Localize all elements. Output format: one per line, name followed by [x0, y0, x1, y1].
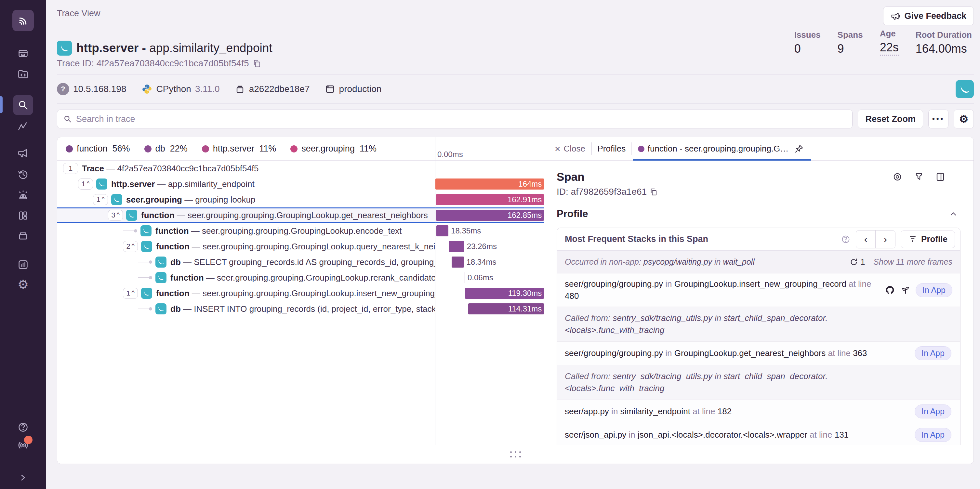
- sidebar-item-feedback-megaphone[interactable]: [0, 147, 46, 159]
- github-icon[interactable]: [885, 285, 895, 295]
- duration-bar[interactable]: [465, 272, 465, 283]
- trace-tree-row[interactable]: function — seer.grouping.grouping.Groupi…: [57, 270, 544, 285]
- sidebar-item-issues[interactable]: [0, 48, 46, 59]
- prev-stack-button[interactable]: ‹: [856, 231, 876, 248]
- stack-frame-row[interactable]: seer/json_api.py in json_api.<locals>.de…: [557, 423, 960, 445]
- copy-icon[interactable]: [649, 188, 658, 196]
- tree-connector: [138, 309, 151, 309]
- span-op-dot: [638, 146, 644, 152]
- legend-dot: [66, 145, 73, 153]
- meta-environment[interactable]: production: [325, 84, 382, 94]
- trace-tree-row[interactable]: 1^ seer.grouping — grouping lookup 162.9…: [57, 192, 544, 207]
- tab-profiles[interactable]: Profiles: [592, 137, 632, 160]
- sidebar-item-collapse-chevron[interactable]: [0, 472, 46, 483]
- stack-frame-row[interactable]: seer/grouping/grouping.py in GroupingLoo…: [557, 342, 960, 365]
- focus-span-icon[interactable]: [892, 172, 903, 182]
- span-count-chip[interactable]: 3^: [108, 210, 123, 221]
- span-count-chip[interactable]: 1: [63, 163, 78, 174]
- search-icon: [17, 99, 29, 111]
- stack-frame-row[interactable]: seer/grouping/grouping.py in GroupingLoo…: [557, 274, 960, 307]
- duration-bar[interactable]: [449, 241, 464, 252]
- op-legend: function 56% db 22% http.server 11% seer…: [57, 137, 435, 160]
- give-feedback-button[interactable]: Give Feedback: [883, 6, 974, 25]
- duration-bar[interactable]: [436, 225, 449, 236]
- legend-item[interactable]: http.server 11%: [202, 144, 276, 154]
- waterfall-minimap[interactable]: [435, 137, 544, 148]
- trace-id: Trace ID: 4f2a57ea703840cc9c1bca7d05bf54…: [57, 58, 249, 68]
- explore-code-icon: [17, 68, 29, 80]
- seer-span-icon: [111, 194, 122, 205]
- seer-span-icon: [140, 225, 151, 236]
- meta-runtime[interactable]: CPython 3.11.0: [142, 84, 220, 95]
- layout-panel-icon[interactable]: [935, 172, 945, 182]
- stat-root-duration: Root Duration 164.00ms: [916, 30, 972, 56]
- close-drawer-tab[interactable]: × Close: [549, 137, 591, 160]
- seer-sprout-icon[interactable]: [900, 285, 910, 295]
- sidebar-item-sentry-logo[interactable]: [0, 10, 46, 31]
- trace-tree-row[interactable]: 3^ function — seer.grouping.grouping.Gro…: [57, 207, 544, 223]
- drawer-resize-handle[interactable]: [509, 451, 521, 458]
- copy-icon[interactable]: [252, 59, 261, 68]
- trace-tree-row[interactable]: db — SELECT grouping_records.id AS group…: [57, 254, 544, 270]
- trace-tree-row[interactable]: function — seer.grouping.grouping.Groupi…: [57, 223, 544, 239]
- sidebar-item-search[interactable]: [0, 95, 46, 115]
- release-box-icon: [235, 84, 245, 94]
- duration-label: 114.31ms: [508, 303, 542, 314]
- span-count-chip[interactable]: 2^: [123, 241, 138, 252]
- stat-age: Age 22s: [880, 29, 899, 56]
- trace-tree-row[interactable]: 1^ http.server — app.similarity_endpoint…: [57, 176, 544, 192]
- tab-active-span[interactable]: function - seer.grouping.grouping.G…: [632, 137, 812, 160]
- sidebar-item-releases[interactable]: [0, 230, 46, 242]
- meta-release[interactable]: a2622dbe18e7: [235, 84, 310, 94]
- occurred-non-app-row: Occurred in non-app: psycopg/waiting.py …: [557, 251, 960, 274]
- megaphone-icon: [891, 11, 900, 21]
- sidebar-item-explore-code[interactable]: [0, 68, 46, 80]
- sidebar-item-dashboards[interactable]: [0, 210, 46, 221]
- sidebar-item-settings-gear[interactable]: ⚙: [0, 278, 46, 291]
- sidebar-item-whats-new-broadcast[interactable]: [0, 438, 46, 451]
- meta-user[interactable]: ? 10.5.168.198: [57, 83, 126, 95]
- open-profile-button[interactable]: Profile: [900, 231, 955, 248]
- sidebar-item-help[interactable]: [0, 421, 46, 433]
- chevron-up-icon[interactable]: [949, 209, 958, 218]
- in-app-badge: In App: [915, 405, 951, 419]
- legend-item[interactable]: seer.grouping 11%: [290, 144, 377, 154]
- tree-connector: [123, 231, 137, 231]
- stack-frame-row[interactable]: seer/app.py in similarity_endpoint at li…: [557, 400, 960, 423]
- trace-waterfall-card: function 56% db 22% http.server 11% seer…: [57, 137, 974, 464]
- trace-tree-row[interactable]: 1 Trace — 4f2a57ea703840cc9c1bca7d05bf54…: [57, 161, 544, 176]
- trace-tree-row[interactable]: 2^ function — seer.grouping.grouping.Gro…: [57, 239, 544, 254]
- duration-label: 18.34ms: [466, 256, 496, 268]
- show-more-frames-link[interactable]: Show 11 more frames: [873, 257, 952, 267]
- stats-icon: [17, 259, 29, 271]
- trace-settings-button[interactable]: ⚙: [954, 110, 974, 128]
- span-count-chip[interactable]: 1^: [78, 178, 93, 190]
- in-app-badge: In App: [916, 283, 952, 297]
- trace-tree-row[interactable]: 1^ function — seer.grouping.grouping.Gro…: [57, 285, 544, 301]
- next-stack-button[interactable]: ›: [876, 231, 895, 248]
- pin-tab-button[interactable]: [792, 142, 806, 156]
- legend-item[interactable]: db 22%: [144, 144, 188, 154]
- sidebar-item-stats[interactable]: [0, 259, 46, 271]
- span-count-chip[interactable]: 1^: [123, 288, 138, 299]
- search-input[interactable]: [76, 114, 846, 124]
- reset-zoom-button[interactable]: Reset Zoom: [858, 110, 923, 128]
- python-icon: [142, 84, 153, 95]
- duration-bar[interactable]: [452, 256, 464, 268]
- sidebar-item-alerts-siren[interactable]: [0, 190, 46, 201]
- alerts-siren-icon: [17, 190, 29, 201]
- stat-issues: Issues 0: [794, 30, 821, 56]
- more-options-button[interactable]: •••: [928, 110, 948, 128]
- legend-dot: [144, 145, 151, 153]
- filter-funnel-icon[interactable]: [914, 172, 924, 182]
- insights-icon: [17, 121, 29, 133]
- trace-tree-row[interactable]: db — INSERT INTO grouping_records (id, p…: [57, 301, 544, 317]
- sidebar-item-insights[interactable]: [0, 121, 46, 133]
- main-content: Trace View Give Feedback http.server - a…: [46, 0, 980, 489]
- sidebar-item-replays[interactable]: [0, 169, 46, 180]
- span-count-chip[interactable]: 1^: [93, 194, 108, 205]
- profiling-icon: [908, 235, 917, 244]
- help-circle-icon[interactable]: [841, 234, 851, 244]
- page-title: http.server - app.similarity_endpoint: [76, 41, 272, 55]
- legend-item[interactable]: function 56%: [66, 144, 130, 154]
